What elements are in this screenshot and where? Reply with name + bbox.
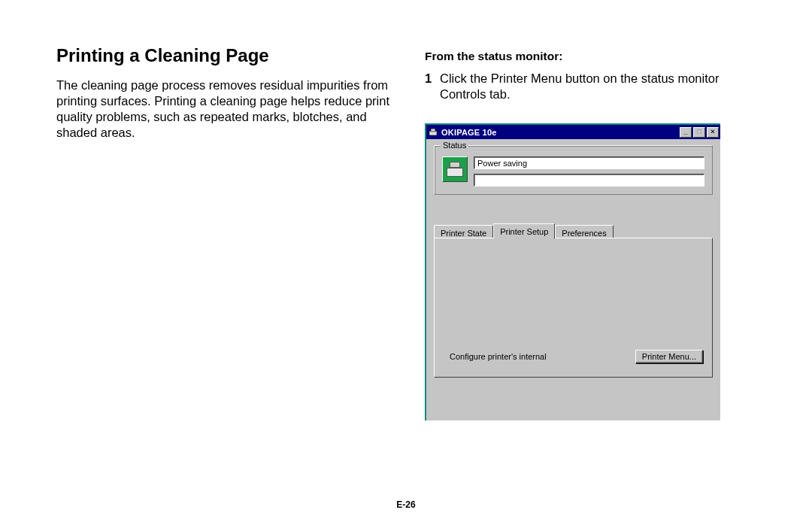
- page-number: E-26: [0, 499, 812, 510]
- minimize-button[interactable]: _: [680, 127, 692, 138]
- printer-menu-button[interactable]: Printer Menu...: [635, 350, 703, 363]
- close-button[interactable]: ×: [707, 127, 719, 138]
- tab-printer-setup[interactable]: Printer Setup: [493, 223, 555, 239]
- step-text: Click the Printer Menu button on the sta…: [440, 71, 741, 102]
- tab-panel-printer-setup: Configure printer's internal Printer Men…: [434, 238, 713, 378]
- tab-preferences[interactable]: Preferences: [555, 225, 613, 238]
- app-icon: [428, 127, 438, 138]
- tab-strip: Printer State Printer Setup Preferences: [434, 223, 713, 238]
- intro-paragraph: The cleaning page process removes residu…: [56, 77, 402, 141]
- subsection-heading: From the status monitor:: [425, 50, 741, 63]
- page-heading: Printing a Cleaning Page: [56, 45, 402, 67]
- window-titlebar[interactable]: OKIPAGE 10e _ □ ×: [426, 125, 720, 139]
- printer-status-icon: [442, 156, 468, 182]
- configure-label: Configure printer's internal: [450, 352, 547, 361]
- status-monitor-window: OKIPAGE 10e _ □ × Status: [425, 123, 720, 420]
- status-groupbox: Status Power saving: [434, 145, 713, 195]
- status-field-2: [474, 174, 704, 187]
- window-title: OKIPAGE 10e: [441, 128, 678, 137]
- step-number: 1: [425, 71, 434, 102]
- tab-printer-state[interactable]: Printer State: [434, 225, 493, 238]
- status-field-1: Power saving: [474, 156, 704, 169]
- status-legend: Status: [441, 141, 468, 150]
- maximize-button[interactable]: □: [693, 127, 705, 138]
- svg-rect-1: [431, 129, 435, 132]
